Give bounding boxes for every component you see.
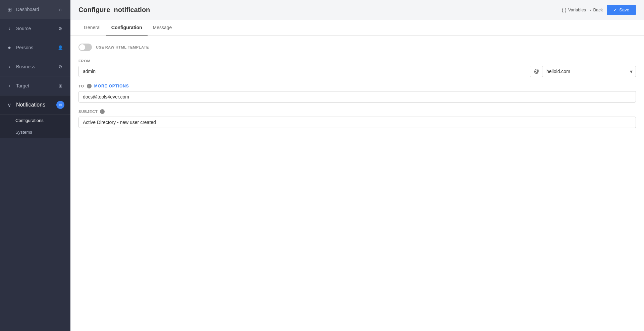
page-title-prefix: Configure [78,6,110,13]
systems-label: Systems [15,130,32,135]
configuration-form: USE RAW HTML TEMPLATE FROM @ helloid.com [70,36,644,143]
to-field-group: TO i More options [78,84,636,103]
notifications-expand-icon: ∨ [6,102,13,108]
business-chevron-icon: ‹ [6,63,13,70]
save-check-icon: ✓ [613,7,617,12]
tab-general[interactable]: General [78,20,106,36]
subject-field-group: SUBJECT i [78,109,636,128]
tabs: General Configuration Message [70,20,644,36]
notifications-section: ∨ Notifications ✉ Configurations Systems [0,95,70,138]
main-header: Configure notification ( ) Variables ‹ B… [70,0,644,20]
from-label: FROM [78,59,636,63]
subject-info-icon: i [100,109,105,114]
variables-button[interactable]: ( ) Variables [562,7,586,13]
sidebar-label-business: Business [16,64,35,69]
sidebar-item-business[interactable]: ‹ Business ⚙ [0,57,70,76]
content-area: General Configuration Message USE RAW HT… [70,20,644,331]
from-input[interactable] [78,66,531,77]
to-info-icon: i [87,84,92,88]
notifications-mail-icon: ✉ [56,101,64,109]
sidebar: ⊞ Dashboard ⌂ ‹ Source ⚙ ● Persons 👤 ‹ B… [0,0,70,331]
from-row: @ helloid.com [78,66,636,77]
toggle-row: USE RAW HTML TEMPLATE [78,44,636,51]
main-content: Configure notification ( ) Variables ‹ B… [70,0,644,331]
target-settings-icon: ⊞ [56,82,64,90]
back-arrow-icon: ‹ [590,7,591,12]
sidebar-subitem-configurations[interactable]: Configurations [0,115,70,126]
sidebar-item-target[interactable]: ‹ Target ⊞ [0,76,70,95]
dashboard-icon: ⊞ [6,6,13,13]
raw-html-toggle[interactable] [78,44,92,51]
save-button[interactable]: ✓ Save [607,5,636,15]
business-settings-icon: ⚙ [56,63,64,71]
sidebar-label-target: Target [16,83,29,88]
variables-icon: ( ) [562,7,567,13]
header-actions: ( ) Variables ‹ Back ✓ Save [562,5,636,15]
source-settings-icon: ⚙ [56,24,64,32]
sidebar-item-notifications[interactable]: ∨ Notifications ✉ [0,95,70,115]
home-icon: ⌂ [56,5,64,13]
tab-configuration-label: Configuration [111,25,142,30]
subject-label: SUBJECT i [78,109,636,114]
back-label: Back [593,7,603,12]
at-symbol: @ [534,68,539,74]
more-options-link[interactable]: More options [94,84,129,88]
toggle-slider [78,44,92,51]
persons-icon: ● [6,44,13,51]
toggle-label: USE RAW HTML TEMPLATE [96,45,149,49]
page-title: Configure notification [78,6,150,14]
sidebar-subitem-systems[interactable]: Systems [0,126,70,138]
from-field-group: FROM @ helloid.com [78,59,636,77]
sidebar-label-source: Source [16,26,31,31]
target-chevron-icon: ‹ [6,82,13,89]
persons-action-icon: 👤 [56,44,64,52]
domain-select[interactable]: helloid.com [542,66,636,77]
variables-label: Variables [568,7,586,12]
subject-input[interactable] [78,117,636,128]
back-button[interactable]: ‹ Back [590,7,603,12]
source-chevron-icon: ‹ [6,25,13,32]
sidebar-item-source[interactable]: ‹ Source ⚙ [0,19,70,38]
domain-select-wrapper: helloid.com [542,66,636,77]
sidebar-label-persons: Persons [16,45,33,50]
tab-configuration[interactable]: Configuration [106,20,148,36]
sidebar-label-dashboard: Dashboard [16,7,39,12]
tab-message-label: Message [153,25,172,30]
page-title-bold: notification [114,6,150,13]
to-input[interactable] [78,91,636,103]
sidebar-label-notifications: Notifications [16,102,45,108]
save-label: Save [619,7,629,12]
sidebar-item-dashboard[interactable]: ⊞ Dashboard ⌂ [0,0,70,19]
sidebar-item-persons[interactable]: ● Persons 👤 [0,38,70,57]
configurations-label: Configurations [15,118,44,123]
tab-general-label: General [84,25,101,30]
tab-message[interactable]: Message [148,20,177,36]
to-label-row: TO i More options [78,84,636,88]
